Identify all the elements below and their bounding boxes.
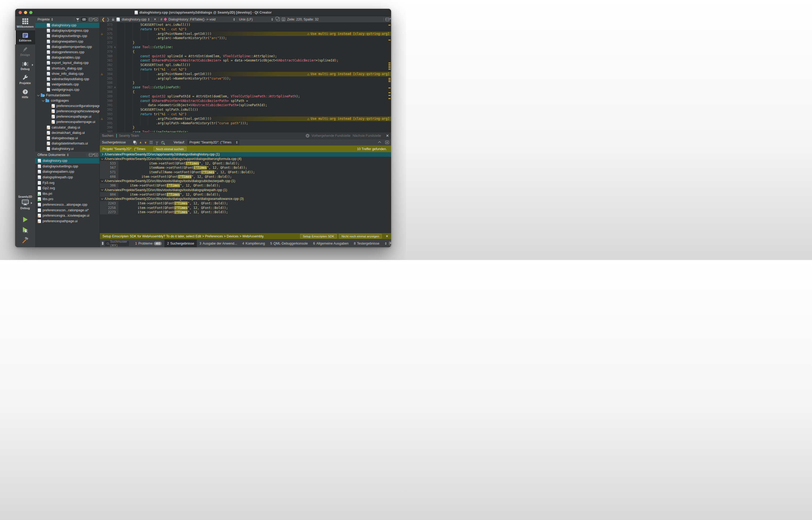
code-line[interactable]: 381const QSharedPointer<VAbstractCubicBe… — [100, 58, 391, 63]
open-document-item[interactable]: Fp3.svg — [35, 180, 100, 185]
expand-chevron-icon[interactable] — [42, 99, 45, 102]
close-panel-icon[interactable] — [94, 153, 98, 156]
code-line[interactable]: 388{ — [100, 90, 391, 94]
find-input[interactable]: Seamly Team — [119, 134, 139, 137]
close-panel-icon[interactable] — [94, 18, 98, 21]
mode-editieren[interactable]: Editieren — [15, 30, 35, 45]
document-outline-icon[interactable] — [282, 18, 285, 21]
filter-icon[interactable] — [76, 18, 79, 20]
tree-item[interactable]: dialoghistory.cpp — [35, 23, 100, 28]
result-file-row[interactable]: /Users/alex/Projekte/Seamly2D/src/libs/v… — [100, 188, 391, 192]
run-button[interactable] — [22, 216, 28, 223]
result-file-row[interactable]: /Users/alex/Projekte/Seamly2D/src/libs/v… — [100, 179, 391, 183]
previous-result-icon[interactable]: ∧ — [139, 141, 142, 144]
tree-item[interactable]: dialognewpattern.cpp — [35, 39, 100, 44]
code-line[interactable]: 385.arg(spl->NameForHistory(tr("curve"))… — [100, 76, 391, 81]
tree-item[interactable]: Formulardateien — [35, 92, 100, 98]
result-match-row[interactable]: 567 itemName->setFont(QFont("Times", 12,… — [100, 165, 391, 170]
tree-item[interactable]: preferencesgraphicsviewpage.ui — [35, 109, 100, 114]
output-tab-testergebnisse[interactable]: 8Testergebnisse — [351, 239, 382, 247]
code-line[interactable]: 383return tr("%1 - cut %2") — [100, 67, 391, 72]
locator-search-field[interactable]: Suchmuster (⌘K) — [105, 241, 129, 246]
result-match-row[interactable]: 804 item->setFont(QFont("Times", 12, QFo… — [100, 192, 391, 197]
result-match-row[interactable]: 533 item->setFont(QFont("Times", 12, QFo… — [100, 161, 391, 165]
tree-item[interactable]: dialoghistory.ui — [35, 146, 100, 151]
fold-chevron-icon[interactable]: ∨ — [112, 45, 117, 50]
close-window-button[interactable] — [19, 11, 22, 14]
panel-mode-selector-icon[interactable] — [67, 154, 69, 156]
code-line[interactable]: 382SCASSERT(not spl.isNull()) — [100, 63, 391, 67]
output-tab-kompilierung[interactable]: 4Kompilierung — [240, 239, 268, 247]
tree-item[interactable]: dialogdatetimeformats.ui — [35, 141, 100, 146]
code-line[interactable]: 392SCASSERT(not splPath.isNull()) — [100, 107, 391, 112]
result-match-row[interactable]: 2273 item->setFont(QFont("Times", 12, QF… — [100, 210, 391, 214]
navigate-back-icon[interactable]: ❮ — [102, 17, 105, 22]
output-pane-selector-icon[interactable] — [385, 242, 386, 245]
fold-chevron-icon[interactable]: ∨ — [112, 85, 117, 90]
mode-willkommen[interactable]: Willkommen — [15, 16, 35, 30]
maximize-panel-icon[interactable] — [385, 141, 389, 144]
open-document-item[interactable]: dialoglayoutsettings.cpp — [35, 164, 100, 169]
open-file-selector[interactable]: dialoghistory.cpp — [121, 18, 150, 21]
toggle-left-sidebar-icon[interactable] — [102, 242, 103, 245]
tree-item[interactable]: vwidgetgroups.cpp — [35, 87, 100, 92]
next-result-icon[interactable]: ∨ — [144, 141, 147, 144]
split-panel-icon[interactable] — [89, 18, 92, 21]
open-document-item[interactable]: preferencesgra...icsviewpage.ui — [35, 213, 100, 218]
code-line[interactable]: 374return tr("%1 - cut %2") — [100, 27, 391, 32]
build-button[interactable] — [22, 237, 29, 243]
tree-item[interactable]: preferencespathpage.ui — [35, 114, 100, 119]
debug-run-button[interactable] — [22, 227, 28, 233]
expand-all-icon[interactable] — [150, 141, 153, 144]
tree-item[interactable]: vabstractlayoutdialog.cpp — [35, 76, 100, 82]
code-line[interactable]: 377} — [100, 41, 391, 45]
code-line[interactable]: △375.arg(PointName(tool.getId()))△Use mu… — [100, 32, 391, 36]
tree-item[interactable]: configpages — [35, 98, 100, 103]
output-tab-probleme[interactable]: 1Probleme493 — [133, 239, 164, 247]
output-tab-allgemeine-ausgaben[interactable]: 6Allgemeine Ausgaben — [310, 239, 351, 247]
dismiss-notification-button[interactable]: Nicht noch einmal anzeigen — [339, 234, 382, 238]
result-match-row[interactable]: 2243 item->setFont(QFont("Times", 12, QF… — [100, 201, 391, 206]
output-tab-ausgabe-der-anwend-[interactable]: 3Ausgabe der Anwend... — [197, 239, 240, 247]
tree-item[interactable]: dialogvariables.cpp — [35, 55, 100, 60]
new-search-icon[interactable] — [161, 141, 164, 144]
open-document-item[interactable]: preferencespathpage.ui — [35, 218, 100, 224]
open-document-item[interactable]: libs.pri — [35, 191, 100, 197]
tree-item[interactable]: dialoglayoutsettings.cpp — [35, 33, 100, 38]
expanded-chevron-icon[interactable] — [101, 188, 103, 190]
replace-icon[interactable] — [133, 141, 137, 144]
open-document-item[interactable]: libs.pro — [35, 197, 100, 202]
open-document-item[interactable]: Gp2.svg — [35, 185, 100, 191]
clear-search-icon[interactable]: ✕ — [306, 134, 309, 137]
editor-scrollbar-annotations[interactable] — [388, 23, 391, 132]
code-line[interactable]: 378∨case Tool::CutSpline: — [100, 45, 391, 50]
code-line[interactable]: △394.arg(PointName(tool.getId()))△Use mu… — [100, 116, 391, 121]
code-line[interactable]: 379{ — [100, 50, 391, 54]
mode-hilfe[interactable]: ?Hilfe — [15, 87, 35, 101]
tree-item[interactable]: dialoglayoutprogress.cpp — [35, 28, 100, 33]
split-editor-icon[interactable] — [385, 18, 389, 21]
code-line[interactable]: 393return tr("%1 - cut %2") — [100, 112, 391, 116]
zoom-window-button[interactable] — [29, 11, 32, 14]
result-file-row[interactable]: /Users/alex/Projekte/Seamly2D/src/app/se… — [100, 152, 391, 157]
output-tab-suchergebnisse[interactable]: 2Suchergebnisse — [164, 239, 197, 247]
collapsed-chevron-icon[interactable] — [101, 153, 103, 155]
minimize-window-button[interactable] — [24, 11, 27, 14]
setup-emscripten-button[interactable]: Setup Emscripten SDK — [300, 234, 337, 238]
code-line[interactable]: 396} — [100, 125, 391, 130]
output-window-icon[interactable] — [389, 242, 391, 245]
result-match-row[interactable]: 306 item->setFont(QFont("Times", 12, QFo… — [100, 183, 391, 188]
open-document-item[interactable]: dialogsplinepath.cpp — [35, 175, 100, 180]
navigate-forward-icon[interactable]: ❯ — [107, 17, 110, 22]
code-line[interactable]: 397case Tool::LineIntersectAxis: — [100, 130, 391, 132]
result-match-row[interactable]: 2258 item->setFont(QFont("Times", 12, QF… — [100, 205, 391, 210]
file-properties-icon[interactable] — [276, 18, 280, 21]
mode-projekte[interactable]: Projekte — [15, 73, 35, 87]
open-document-item[interactable]: dialoghistory.cpp — [35, 158, 100, 164]
result-file-row[interactable]: /Users/alex/Projekte/Seamly2D/src/libs/v… — [100, 157, 391, 161]
tree-item[interactable]: dialogpreferences.cpp — [35, 50, 100, 55]
tree-item[interactable]: dialogaboutapp.ui — [35, 135, 100, 141]
tree-item[interactable]: calculator_dialog.ui — [35, 125, 100, 130]
tree-item[interactable]: preferencesconfigurationpage.ui — [35, 103, 100, 109]
tree-item[interactable]: dialogpatternproperties.cpp — [35, 44, 100, 50]
